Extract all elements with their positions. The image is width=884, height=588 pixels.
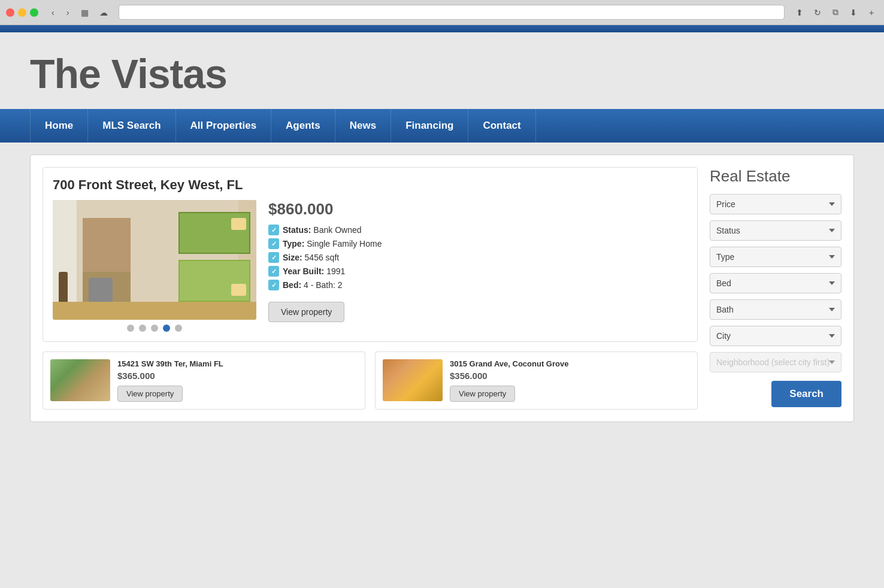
check-icon-status: ✓ xyxy=(268,225,279,235)
featured-details: $860.000 ✓ Status: Bank Owned ✓ Type: Si… xyxy=(268,200,688,322)
check-icon-year: ✓ xyxy=(268,266,279,277)
search-button[interactable]: Search xyxy=(771,381,841,407)
check-icon-type: ✓ xyxy=(268,238,279,249)
small-image-2 xyxy=(383,359,443,401)
small-view-button-2[interactable]: View property xyxy=(450,386,515,402)
new-tab-icon[interactable]: + xyxy=(865,6,878,19)
dot-5[interactable] xyxy=(175,325,182,332)
bunk-top xyxy=(178,212,250,254)
nav-item-all-properties[interactable]: All Properties xyxy=(176,109,272,143)
featured-body: $860.000 ✓ Status: Bank Owned ✓ Type: Si… xyxy=(53,200,688,332)
type-value: Single Family Home xyxy=(307,239,382,248)
nav-item-contact[interactable]: Contact xyxy=(468,109,535,143)
nav-item-agents[interactable]: Agents xyxy=(271,109,335,143)
check-icon-size: ✓ xyxy=(268,252,279,263)
main-nav: Home MLS Search All Properties Agents Ne… xyxy=(0,109,884,143)
maximize-window-button[interactable] xyxy=(30,8,38,17)
featured-image xyxy=(53,200,256,320)
forward-button[interactable]: › xyxy=(63,7,73,19)
featured-dots xyxy=(53,325,256,332)
refresh-icon[interactable]: ↻ xyxy=(811,6,824,19)
small-address-2: 3015 Grand Ave, Coconut Grove xyxy=(450,359,690,368)
status-value: Bank Owned xyxy=(313,225,361,235)
detail-status: ✓ Status: Bank Owned xyxy=(268,225,688,235)
type-label: Type: xyxy=(283,239,304,248)
address-bar[interactable] xyxy=(119,5,785,20)
content-area: 700 Front Street, Key West, FL xyxy=(0,143,884,440)
bed-label: Bed: xyxy=(283,280,301,290)
nav-item-home[interactable]: Home xyxy=(30,109,88,143)
close-window-button[interactable] xyxy=(6,8,14,17)
detail-size: ✓ Size: 5456 sqft xyxy=(268,252,688,263)
small-price-2: $356.000 xyxy=(450,371,690,381)
bunk-bottom xyxy=(178,260,250,302)
dot-1[interactable] xyxy=(127,325,134,332)
detail-bed-bath: ✓ Bed: 4 - Bath: 2 xyxy=(268,280,688,290)
share-icon[interactable]: ⬆ xyxy=(793,6,806,19)
city-filter[interactable]: City xyxy=(710,326,841,346)
nav-item-financing[interactable]: Financing xyxy=(391,109,468,143)
status-label: Status: xyxy=(283,225,311,235)
dot-2[interactable] xyxy=(139,325,146,332)
small-view-button-1[interactable]: View property xyxy=(117,386,183,402)
site-header: The Vistas xyxy=(0,32,884,109)
sidebar-title: Real Estate xyxy=(710,167,841,186)
small-listing-2: 3015 Grand Ave, Coconut Grove $356.000 V… xyxy=(375,351,698,410)
type-filter[interactable]: Type xyxy=(710,247,841,267)
dot-4[interactable] xyxy=(163,325,170,332)
small-image-1 xyxy=(50,359,110,401)
floor xyxy=(53,302,256,320)
small-price-1: $365.000 xyxy=(117,371,358,381)
content-layout: 700 Front Street, Key West, FL xyxy=(43,167,841,410)
small-address-1: 15421 SW 39th Ter, Miami FL xyxy=(117,359,358,368)
featured-listing: 700 Front Street, Key West, FL xyxy=(43,167,698,342)
small-info-1: 15421 SW 39th Ter, Miami FL $365.000 Vie… xyxy=(117,359,358,402)
small-listing-1: 15421 SW 39th Ter, Miami FL $365.000 Vie… xyxy=(43,351,365,410)
sidebar: Real Estate Price Status Type Bed Bath C xyxy=(710,167,841,410)
detail-year: ✓ Year Built: 1991 xyxy=(268,266,688,277)
featured-address: 700 Front Street, Key West, FL xyxy=(53,177,688,193)
bath-filter[interactable]: Bath xyxy=(710,299,841,320)
pillow-top xyxy=(231,218,246,230)
bed-filter[interactable]: Bed xyxy=(710,273,841,293)
featured-price: $860.000 xyxy=(268,200,688,219)
price-filter[interactable]: Price xyxy=(710,194,841,214)
minimize-window-button[interactable] xyxy=(18,8,26,17)
status-filter[interactable]: Status xyxy=(710,220,841,241)
chair xyxy=(89,278,113,302)
size-label: Size: xyxy=(283,253,302,262)
content-card: 700 Front Street, Key West, FL xyxy=(30,154,854,422)
small-info-2: 3015 Grand Ave, Coconut Grove $356.000 V… xyxy=(450,359,690,402)
check-icon-bed: ✓ xyxy=(268,280,279,290)
site-title: The Vistas xyxy=(30,50,854,97)
bunk-bed xyxy=(178,212,250,302)
site-top-bar xyxy=(0,25,884,32)
featured-view-button[interactable]: View property xyxy=(268,302,344,322)
shelf xyxy=(83,218,131,278)
dot-3[interactable] xyxy=(151,325,158,332)
cloud-icon: ☁ xyxy=(97,6,110,19)
browser-chrome: ‹ › ▦ ☁ ⬆ ↻ ⧉ ⬇ + xyxy=(0,0,884,25)
download-icon[interactable]: ⬇ xyxy=(847,6,860,19)
detail-type: ✓ Type: Single Family Home xyxy=(268,238,688,249)
bed-value: 4 - Bath: 2 xyxy=(304,280,343,290)
neighborhood-filter[interactable]: Neighborhood (select city first) xyxy=(710,352,841,372)
featured-image-wrapper xyxy=(53,200,256,332)
sidebar-toggle-button[interactable]: ▦ xyxy=(77,7,92,19)
nav-item-news[interactable]: News xyxy=(335,109,391,143)
back-button[interactable]: ‹ xyxy=(48,7,58,19)
size-value: 5456 sqft xyxy=(305,253,340,262)
year-label: Year Built: xyxy=(283,266,324,276)
vase xyxy=(59,272,68,302)
small-listings: 15421 SW 39th Ter, Miami FL $365.000 Vie… xyxy=(43,351,698,410)
copy-icon[interactable]: ⧉ xyxy=(829,6,842,19)
pillow-bottom xyxy=(231,284,246,296)
nav-item-mls-search[interactable]: MLS Search xyxy=(88,109,175,143)
traffic-lights xyxy=(6,8,38,17)
year-value: 1991 xyxy=(326,266,345,276)
listings-area: 700 Front Street, Key West, FL xyxy=(43,167,698,410)
